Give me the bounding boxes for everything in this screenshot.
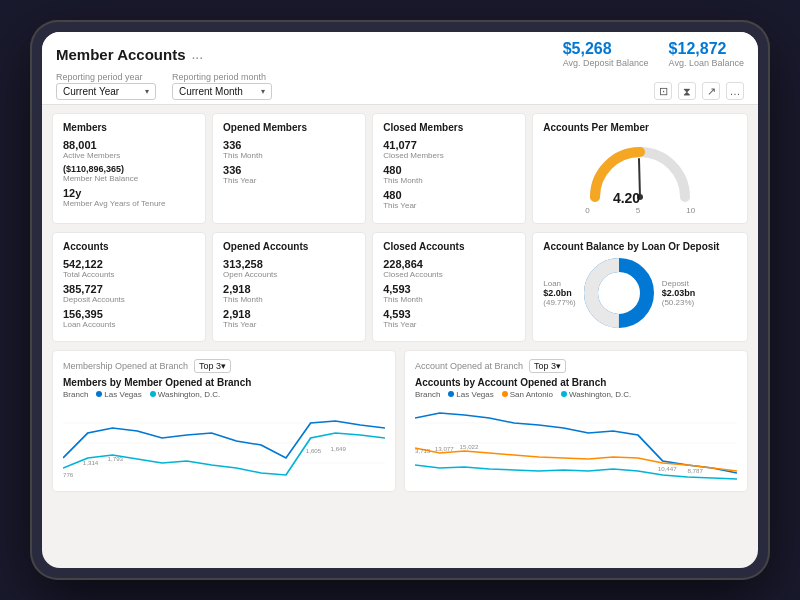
title-dots[interactable]: ... [191,46,203,62]
svg-point-4 [599,273,639,313]
closed-accounts-v1: 228,864 [383,258,515,270]
svg-text:1,605: 1,605 [306,449,321,454]
acct-legend-washington: Washington, D.C. [569,390,631,399]
donut-legend-deposit: Deposit $2.03bn (50.23%) [662,279,696,307]
opened-accounts-v2: 2,918 [223,283,355,295]
members-active-value: 88,001 [63,139,195,151]
closed-accounts-v2: 4,593 [383,283,515,295]
svg-text:1,649: 1,649 [331,447,346,452]
opened-members-v2: 336 [223,164,355,176]
membership-section-label: Membership Opened at Branch [63,361,188,371]
svg-text:1,314: 1,314 [83,461,98,466]
accounts-section-label: Account Opened at Branch [415,361,523,371]
closed-members-l1: Closed Members [383,151,515,160]
filter-year-label: Reporting period year [56,72,156,82]
members-balance-label: Member Net Balance [63,174,195,183]
accounts-chart-title: Accounts by Account Opened at Branch [415,377,737,388]
opened-members-card: Opened Members 336 This Month 336 This Y… [212,113,366,224]
svg-text:1,793: 1,793 [108,457,123,462]
svg-text:3,715: 3,715 [415,449,430,454]
donut-legend-loan: Loan $2.0bn (49.77%) [543,279,575,307]
avg-deposit-label: Avg. Deposit Balance [563,58,649,68]
closed-accounts-title: Closed Accounts [383,241,515,252]
legend-washington: Washington, D.C. [158,390,220,399]
chevron-down-icon-3: ▾ [221,361,226,371]
device-screen: Member Accounts ... $5,268 Avg. Deposit … [42,32,758,568]
donut-container: Loan $2.0bn (49.77%) [543,258,737,328]
gauge-number: 4.20 [613,190,640,206]
accounts-filter-select[interactable]: Top 3 ▾ [529,359,566,373]
opened-accounts-l1: Open Accounts [223,270,355,279]
opened-accounts-v3: 2,918 [223,308,355,320]
loan-pct: (49.77%) [543,298,575,307]
avg-loan-metric: $12,872 Avg. Loan Balance [669,40,744,68]
accounts-line-chart-svg: 3,715 13,077 15,022 10,447 8,787 [415,403,737,483]
account-balance-card: Account Balance by Loan Or Deposit Loan … [532,232,748,342]
opened-accounts-v1: 313,258 [223,258,355,270]
closed-members-v3: 480 [383,189,515,201]
svg-text:10,447: 10,447 [658,467,677,472]
export-icon[interactable]: ↗ [702,82,720,100]
membership-line-chart-area: 776 1,314 1,793 1,605 1,649 [63,403,385,483]
top-bar: Member Accounts ... $5,268 Avg. Deposit … [42,32,758,105]
closed-members-title: Closed Members [383,122,515,133]
loan-label: Loan [543,279,575,288]
gauge-min: 0 [585,206,589,215]
membership-chart-card: Membership Opened at Branch Top 3 ▾ Memb… [52,350,396,492]
closed-accounts-card: Closed Accounts 228,864 Closed Accounts … [372,232,526,342]
accounts-per-member-title: Accounts Per Member [543,122,737,133]
deposit-pct: (50.23%) [662,298,696,307]
accounts-card-title: Accounts [63,241,195,252]
accounts-filter-row: Account Opened at Branch Top 3 ▾ [415,359,737,373]
filter-year-select[interactable]: Current Year ▾ [56,83,156,100]
closed-accounts-l1: Closed Accounts [383,270,515,279]
members-card: Members 88,001 Active Members ($110,896,… [52,113,206,224]
filter-month-select[interactable]: Current Month ▾ [172,83,272,100]
gauge-svg [585,139,695,204]
filter-month-group: Reporting period month Current Month ▾ [172,72,272,100]
members-balance-value: ($110,896,365) [63,164,195,174]
chevron-down-icon: ▾ [145,87,149,96]
filters-row: Reporting period year Current Year ▾ Rep… [56,72,272,100]
avg-metrics: $5,268 Avg. Deposit Balance $12,872 Avg.… [563,40,744,68]
more-icon[interactable]: … [726,82,744,100]
closed-members-v2: 480 [383,164,515,176]
membership-filter-row: Membership Opened at Branch Top 3 ▾ [63,359,385,373]
toolbar-icons: ⊡ ⧗ ↗ … [654,82,744,100]
closed-accounts-l2: This Month [383,295,515,304]
filter-icon[interactable]: ⧗ [678,82,696,100]
accounts-v1: 542,122 [63,258,195,270]
stats-grid-row1: Members 88,001 Active Members ($110,896,… [52,113,748,224]
branch-label-1: Branch [63,390,88,399]
members-active-label: Active Members [63,151,195,160]
membership-filter-select[interactable]: Top 3 ▾ [194,359,231,373]
membership-line-chart-svg: 776 1,314 1,793 1,605 1,649 [63,403,385,483]
filter-month-label: Reporting period month [172,72,272,82]
svg-text:13,077: 13,077 [435,447,454,452]
membership-chart-legend: Branch Las Vegas Washington, D.C. [63,390,385,399]
accounts-v2: 385,727 [63,283,195,295]
acct-legend-lasvegas: Las Vegas [456,390,493,399]
opened-members-l2: This Year [223,176,355,185]
closed-accounts-v3: 4,593 [383,308,515,320]
opened-members-l1: This Month [223,151,355,160]
bottom-section: Membership Opened at Branch Top 3 ▾ Memb… [52,350,748,492]
loan-value: $2.0bn [543,288,575,298]
accounts-chart-legend: Branch Las Vegas San Antonio Washington,… [415,390,737,399]
gauge-mid: 5 [636,206,640,215]
accounts-l2: Deposit Accounts [63,295,195,304]
legend-lasvegas: Las Vegas [104,390,141,399]
closed-members-l3: This Year [383,201,515,210]
accounts-line-chart-area: 3,715 13,077 15,022 10,447 8,787 [415,403,737,483]
deposit-label: Deposit [662,279,696,288]
closed-members-v1: 41,077 [383,139,515,151]
accounts-l1: Total Accounts [63,270,195,279]
closed-accounts-l3: This Year [383,320,515,329]
avg-loan-label: Avg. Loan Balance [669,58,744,68]
closed-members-card: Closed Members 41,077 Closed Members 480… [372,113,526,224]
opened-members-v1: 336 [223,139,355,151]
members-card-title: Members [63,122,195,133]
share-icon[interactable]: ⊡ [654,82,672,100]
svg-text:15,022: 15,022 [460,445,479,450]
avg-deposit-value: $5,268 [563,40,612,57]
